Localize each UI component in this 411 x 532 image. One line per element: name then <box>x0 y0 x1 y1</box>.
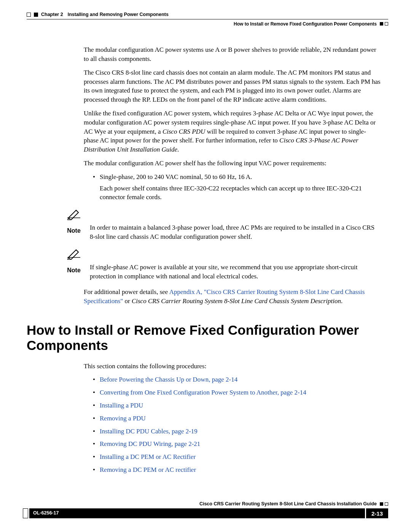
list-item: Converting from One Fixed Configuration … <box>93 388 381 397</box>
pencil-icon <box>67 248 81 262</box>
footer-doc-id: OL-6256-17 <box>29 508 365 518</box>
list-item: Removing a DC PEM or AC rectifier <box>93 465 381 474</box>
list-item: Installing a DC PEM or AC Rectifier <box>93 452 381 462</box>
chapter-label: Chapter 2 <box>41 11 63 18</box>
note-block: Note If single-phase AC power is availab… <box>65 248 381 281</box>
header-square-small-fill <box>380 22 383 26</box>
list-item: Single-phase, 200 to 240 VAC nominal, 50… <box>93 173 381 202</box>
header-square-small-outline <box>385 22 388 26</box>
procedure-link[interactable]: Installing a DC PEM or AC Rectifier <box>100 453 196 460</box>
section-intro: This section contains the following proc… <box>84 362 381 371</box>
header-rule <box>27 19 388 19</box>
paragraph: The modular configuration AC power shelf… <box>84 159 381 168</box>
chapter-title: Installing and Removing Power Components <box>68 11 169 18</box>
footer-bar: OL-6256-17 2-13 <box>23 508 388 518</box>
procedure-link[interactable]: Before Powering the Chassis Up or Down, … <box>100 376 237 383</box>
procedure-link[interactable]: Removing a DC PEM or AC rectifier <box>100 466 196 473</box>
paragraph: For additional power details, see Append… <box>84 288 381 306</box>
list-item: Removing DC PDU Wiring, page 2-21 <box>93 439 381 449</box>
procedure-link[interactable]: Installing DC PDU Cables, page 2-19 <box>100 428 198 435</box>
procedure-link[interactable]: Removing a PDU <box>100 415 146 422</box>
paragraph: The modular configuration AC power syste… <box>84 45 381 64</box>
note-label: Note <box>67 227 81 235</box>
note-text: If single-phase AC power is available at… <box>90 248 381 281</box>
list-item: Installing a PDU <box>93 401 381 410</box>
paragraph: The Cisco CRS 8-slot line card chassis d… <box>84 68 381 104</box>
paragraph: Unlike the fixed configuration AC power … <box>84 109 381 154</box>
requirements-list: Single-phase, 200 to 240 VAC nominal, 50… <box>93 173 381 202</box>
note-text: In order to maintain a balanced 3-phase … <box>90 209 381 241</box>
section-content: This section contains the following proc… <box>84 362 381 474</box>
footer-doc-title: Cisco CRS Carrier Routing System 8-Slot … <box>199 501 377 508</box>
procedure-link-list: Before Powering the Chassis Up or Down, … <box>93 375 381 474</box>
header-top-row: Chapter 2 Installing and Removing Power … <box>27 11 388 18</box>
body-content: The modular configuration AC power syste… <box>84 45 381 202</box>
footer-title-row: Cisco CRS Carrier Routing System 8-Slot … <box>23 501 388 508</box>
footer-page-number: 2-13 <box>366 508 388 518</box>
pencil-icon <box>67 209 81 223</box>
page-header: Chapter 2 Installing and Removing Power … <box>27 11 388 27</box>
list-item: Removing a PDU <box>93 414 381 423</box>
header-section-title: How to Install or Remove Fixed Configura… <box>234 21 377 27</box>
note-label: Note <box>67 266 81 275</box>
procedure-link[interactable]: Installing a PDU <box>100 402 143 409</box>
header-square-fill <box>34 13 38 17</box>
note-block: Note In order to maintain a balanced 3-p… <box>65 209 381 241</box>
list-item: Before Powering the Chassis Up or Down, … <box>93 375 381 384</box>
list-item: Installing DC PDU Cables, page 2-19 <box>93 427 381 436</box>
footer-square-outline <box>385 502 388 506</box>
procedure-link[interactable]: Removing DC PDU Wiring, page 2-21 <box>100 440 200 447</box>
body-content-cont: For additional power details, see Append… <box>84 288 381 306</box>
footer-square-fill <box>380 502 383 506</box>
page-footer: Cisco CRS Carrier Routing System 8-Slot … <box>23 501 388 519</box>
header-square-outline <box>27 13 31 17</box>
footer-bar-outline <box>23 508 28 518</box>
procedure-link[interactable]: Converting from One Fixed Configuration … <box>100 389 306 396</box>
header-subtitle-row: How to Install or Remove Fixed Configura… <box>27 21 388 27</box>
section-heading: How to Install or Remove Fixed Configura… <box>27 323 388 353</box>
